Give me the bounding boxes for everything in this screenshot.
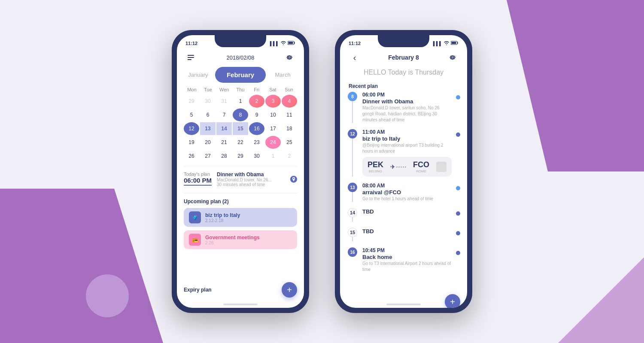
cal-cell-2[interactable]: 2 [249, 95, 264, 108]
cal-cell-8[interactable]: 8 [233, 108, 248, 121]
cal-cell-29[interactable]: 29 [233, 150, 248, 162]
scroll-indicator-1 [223, 304, 258, 305]
flight-arrow: ✈ [390, 163, 406, 170]
tl-badge-16 [456, 251, 460, 255]
cal-cell-11[interactable]: 11 [282, 108, 297, 121]
cal-cell-18[interactable]: 18 [282, 122, 297, 135]
cal-cell-23[interactable]: 23 [249, 136, 264, 149]
add-plan-button-1[interactable]: + [282, 282, 297, 298]
phone1-date: 2018/02/08 [226, 54, 254, 61]
cal-cell-20[interactable]: 20 [200, 136, 216, 149]
dot3 [401, 166, 402, 168]
badge-wrap-16 [456, 247, 460, 273]
timeline: 806:00 PMDinner with ObamaMacDonald.D to… [340, 92, 467, 297]
tl-desc-16: Go to T3 International Airport 2 hours a… [362, 261, 452, 273]
cal-cell-6[interactable]: 6 [200, 108, 216, 121]
cal-cell-1[interactable]: 1 [233, 95, 248, 108]
cal-cell-30[interactable]: 30 [249, 150, 264, 162]
cal-cell-7[interactable]: 7 [216, 108, 232, 121]
plan-card-italy[interactable]: 🧳 biz trip to Italy 2.12-2.18 [184, 208, 297, 227]
cal-cell-9[interactable]: 9 [249, 108, 264, 121]
cal-cell-13[interactable]: 13 [200, 122, 216, 135]
phone-2: 11:12 ▌▌▌ ‹ February 8 [335, 30, 472, 313]
month-february[interactable]: February [215, 67, 266, 83]
settings-button-2[interactable] [447, 51, 459, 63]
plan-icon-govt: 📻 [189, 234, 201, 246]
month-selector: January February March [177, 67, 304, 87]
badge-wrap-12 [456, 129, 460, 177]
cal-cell-24[interactable]: 24 [265, 136, 281, 149]
cal-cell-27[interactable]: 27 [200, 150, 216, 162]
todays-plan-desc: MacDonald.D tower, No.26... [217, 178, 285, 182]
dot2 [398, 166, 400, 168]
flight-img [436, 162, 447, 172]
cal-cell-31[interactable]: 31 [216, 95, 232, 108]
flight-from-city: BEIJING [368, 169, 383, 173]
cal-cell-4[interactable]: 4 [282, 95, 297, 108]
cal-day-thu: Thu [232, 87, 249, 92]
plan-italy-date: 2.12-2.18 [205, 218, 240, 223]
flight-to: FCO ROME [413, 160, 429, 173]
tl-badge-15 [456, 231, 460, 235]
scroll-indicator-2 [386, 304, 421, 305]
tl-badge-13 [456, 186, 460, 190]
timeline-content-12: 11:00 AMbiz trip to Italy@Beijing intern… [362, 129, 452, 177]
flight-from: PEK BEIJING [368, 160, 383, 173]
settings-button-1[interactable] [283, 51, 295, 63]
timeline-num-16: 16 [348, 247, 357, 257]
badge-wrap-15 [456, 228, 460, 241]
badge-wrap-8 [456, 92, 460, 123]
dot4 [403, 166, 404, 168]
bg-decoration-top-right [507, 0, 644, 172]
back-button[interactable]: ‹ [349, 51, 361, 63]
cal-day-fri: Fri [249, 87, 265, 92]
tl-title-12: biz trip to Italy [362, 135, 452, 142]
cal-cell-30[interactable]: 30 [200, 95, 216, 108]
cal-cell-15[interactable]: 15 [233, 122, 248, 135]
menu-button[interactable] [185, 51, 197, 63]
add-plan-button-2[interactable]: + [445, 294, 460, 308]
tl-desc-13: Go to the hotel 1 hours ahead of time [362, 196, 452, 202]
tl-tbd-title: TBD [362, 228, 452, 235]
todays-plan: Today's plan 06:00 PM Dinner with Obama … [177, 170, 304, 190]
notch-1 [215, 35, 266, 47]
phone-2-screen: 11:12 ▌▌▌ ‹ February 8 [340, 35, 467, 308]
cal-cell-14[interactable]: 14 [216, 122, 232, 135]
plan-italy-title: biz trip to Italy [205, 212, 240, 218]
month-january[interactable]: January [181, 69, 215, 81]
timeline-content-8: 06:00 PMDinner with ObamaMacDonald.D tow… [362, 92, 452, 123]
cal-cell-21[interactable]: 21 [216, 136, 232, 149]
timeline-line-12 [352, 138, 353, 177]
cal-cell-19[interactable]: 19 [184, 136, 199, 149]
flight-from-iata: PEK [368, 160, 383, 169]
cal-cell-12[interactable]: 12 [184, 122, 199, 135]
cal-cell-2[interactable]: 2 [282, 150, 297, 162]
timeline-num-15: 15 [348, 228, 357, 237]
todays-plan-title: Dinner with Obama [217, 172, 285, 178]
timeline-item-15: 15TBD [347, 228, 460, 241]
cal-cell-26[interactable]: 26 [184, 150, 199, 162]
cal-cell-28[interactable]: 28 [216, 150, 232, 162]
expiry-title: Expiry plan [184, 287, 212, 293]
cal-cell-1[interactable]: 1 [265, 150, 281, 162]
cal-cell-10[interactable]: 10 [265, 108, 281, 121]
upcoming-plan: Upcoming plan (2) 🧳 biz trip to Italy 2.… [177, 197, 304, 279]
tl-title-8: Dinner with Obama [362, 98, 452, 105]
cal-cell-17[interactable]: 17 [265, 122, 281, 135]
cal-cell-29[interactable]: 29 [184, 95, 199, 108]
cal-cell-5[interactable]: 5 [184, 108, 199, 121]
tl-time-16: 10:45 PM [362, 247, 452, 253]
timeline-dot-col-12: 12 [347, 129, 358, 177]
cal-cell-16[interactable]: 16 [249, 122, 264, 135]
timeline-num-13: 13 [348, 183, 357, 192]
timeline-dot-col-14: 14 [347, 208, 358, 222]
tl-badge-12 [456, 132, 460, 137]
cal-cell-22[interactable]: 22 [233, 136, 248, 149]
timeline-item-8: 806:00 PMDinner with ObamaMacDonald.D to… [347, 92, 460, 123]
expiry-plan: Expiry plan + [177, 279, 304, 301]
timeline-dot-col-8: 8 [347, 92, 358, 123]
cal-cell-3[interactable]: 3 [265, 95, 281, 108]
cal-cell-25[interactable]: 25 [282, 136, 297, 149]
plan-card-govt[interactable]: 📻 Government meetings 2.26 [184, 230, 297, 249]
month-march[interactable]: March [266, 69, 300, 81]
